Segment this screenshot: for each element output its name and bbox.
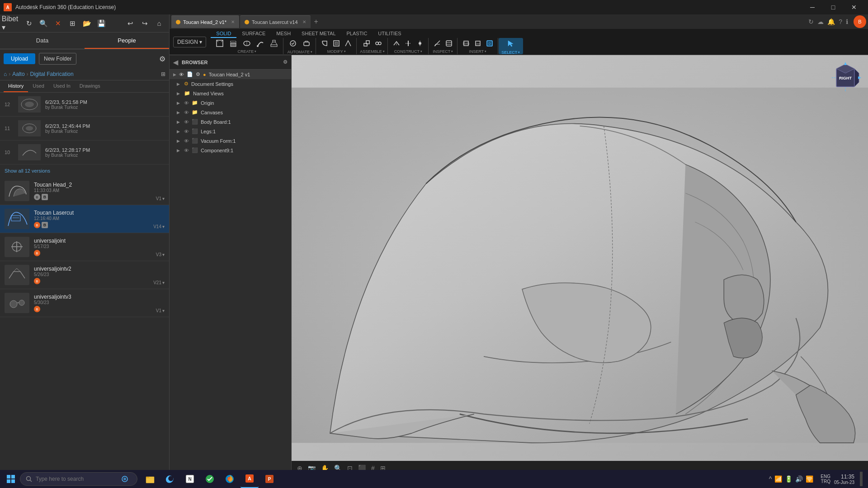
inspect-measure-button[interactable] (432, 38, 443, 48)
assemble-joint-button[interactable] (373, 38, 384, 48)
browser-root-item[interactable]: ▶ 👁 📄 ⚙ ● Toucan Head_2 v1 (170, 70, 291, 79)
browser-collapse-button[interactable]: ◀ (173, 59, 178, 66)
breadcrumb-aalto[interactable]: Aalto (12, 71, 24, 77)
design-dropdown[interactable]: DESIGN ▾ (173, 37, 206, 47)
menu-tab-solid[interactable]: SOLID (211, 30, 236, 38)
refresh-button[interactable]: ↻ (23, 17, 35, 30)
menu-tab-plastic[interactable]: PLASTIC (341, 30, 373, 38)
file-card-toucan-lasercut[interactable]: Toucan Lasercut 12:16:40 AM B B V14▾ (0, 205, 169, 233)
new-folder-button[interactable]: New Folder (39, 53, 76, 65)
eye-icon-component9[interactable]: 👁 (184, 148, 189, 153)
root-visibility-icon[interactable]: 👁 (179, 72, 184, 77)
undo-button[interactable]: ↩ (124, 17, 137, 30)
file-card-universaljointv2[interactable]: universaljointv2 5/26/23 B V21▾ (0, 261, 169, 289)
used-tab[interactable]: Used (28, 80, 49, 92)
file-card-universaljoint[interactable]: universaljoint 5/17/23 B V3▾ (0, 233, 169, 261)
taskbar-check-app[interactable] (201, 470, 219, 488)
user-avatar[interactable]: B (854, 15, 866, 28)
taskbar-fusion360[interactable]: A (241, 470, 259, 488)
close-button[interactable]: ✕ (844, 0, 864, 14)
root-settings-icon[interactable]: ⚙ (196, 71, 200, 77)
used-in-tab[interactable]: Used In (49, 80, 75, 92)
doc-tab-lasercut[interactable]: Toucan Lasercut v14 ✕ (240, 15, 311, 28)
network-icon[interactable]: 📶 (774, 475, 782, 483)
view-cube[interactable]: RIGHT (827, 60, 863, 96)
taskbar-powerpoint[interactable]: P (260, 470, 278, 488)
maximize-button[interactable]: □ (823, 0, 844, 14)
people-tab[interactable]: People (85, 33, 169, 49)
file-card-toucan-head[interactable]: Toucan Head_2 11:33:03 AM B B V1▾ (0, 177, 169, 205)
cancel-button[interactable]: ✕ (52, 17, 64, 30)
bell-icon[interactable]: 🔔 (827, 18, 835, 25)
volume-icon[interactable]: 🔊 (795, 475, 803, 483)
new-tab-button[interactable]: + (311, 18, 321, 26)
search-button[interactable]: 🔍 (37, 17, 50, 30)
create-loft-button[interactable] (268, 38, 280, 48)
assemble-new-comp-button[interactable] (361, 38, 372, 48)
upload-button[interactable]: Upload (4, 53, 35, 64)
breadcrumb-view-icon[interactable]: ⊞ (161, 71, 165, 77)
create-section-label[interactable]: CREATE ▾ (237, 49, 256, 54)
modify-scale-button[interactable] (343, 38, 354, 48)
home-button[interactable]: ⌂ (153, 17, 165, 30)
taskbar-notion[interactable]: N (181, 470, 199, 488)
help-icon[interactable]: ? (839, 18, 842, 25)
taskbar-firefox[interactable] (221, 470, 239, 488)
open-file-button[interactable]: 📂 (80, 17, 93, 30)
automate-section-label[interactable]: AUTOMATE ▾ (288, 50, 312, 54)
menu-tab-surface[interactable]: SURFACE (236, 30, 271, 38)
construct-point-button[interactable] (415, 38, 425, 48)
assemble-section-label[interactable]: ASSEMBLE ▾ (360, 49, 385, 54)
close-tab-lasercut[interactable]: ✕ (302, 19, 306, 24)
close-tab-head[interactable]: ✕ (231, 19, 235, 24)
select-button[interactable] (501, 38, 520, 49)
minimize-button[interactable]: ─ (802, 0, 823, 14)
taskbar-edge[interactable] (161, 470, 179, 488)
taskbar-search-input[interactable] (36, 476, 117, 482)
menu-tab-mesh[interactable]: MESH (271, 30, 296, 38)
chevron-up-icon[interactable]: ^ (769, 475, 772, 483)
browser-item-canvases[interactable]: ▶ 👁 📁 Canvases (170, 108, 291, 117)
breadcrumb-digital-fabrication[interactable]: Digital Fabrication (30, 71, 74, 77)
menu-tab-sheet-metal[interactable]: SHEET METAL (296, 30, 341, 38)
browser-item-origin[interactable]: ▶ 👁 📁 Origin (170, 98, 291, 108)
insert-decal-button[interactable]: D (484, 38, 495, 48)
save-button[interactable]: 💾 (95, 17, 108, 30)
automate-button[interactable] (287, 38, 299, 49)
show-desktop-button[interactable] (860, 472, 863, 486)
inspect-zebra-button[interactable] (443, 38, 454, 48)
history-tab[interactable]: History (4, 80, 28, 92)
browser-item-vacuum-form[interactable]: ▶ 👁 ⬛ Vacuum Form:1 (170, 136, 291, 145)
data-tab[interactable]: Data (0, 33, 85, 49)
doc-tab-toucan-head[interactable]: Toucan Head_2 v1* ✕ (171, 15, 239, 28)
browser-item-doc-settings[interactable]: ▶ ⚙ Document Settings (170, 79, 291, 89)
create-extrude-button[interactable] (227, 38, 240, 48)
insert-svg-button[interactable]: SVG (461, 38, 472, 48)
menu-tab-utilities[interactable]: UTILITIES (373, 30, 406, 38)
eye-icon-canvases[interactable]: 👁 (184, 110, 189, 115)
battery-icon[interactable]: 🔋 (785, 475, 793, 483)
version-item-12[interactable]: 12 6/2/23, 5:21:58 PM by Burak Turkoz (0, 93, 169, 117)
settings-icon[interactable]: ⚙ (159, 55, 165, 63)
create-box-button[interactable] (213, 38, 226, 48)
wifi-icon[interactable]: 🛜 (806, 475, 813, 483)
refresh-cloud-icon[interactable]: ↻ (808, 18, 814, 25)
select-section-label[interactable]: SELECT ▾ (501, 50, 520, 55)
redo-button[interactable]: ↪ (138, 17, 151, 30)
eye-icon-legs[interactable]: 👁 (184, 129, 189, 134)
construct-axis-button[interactable] (403, 38, 414, 48)
clock[interactable]: 11:35 05-Jun-23 (834, 474, 854, 485)
modify-section-label[interactable]: MODIFY ▾ (327, 49, 346, 54)
file-card-universaljointv3[interactable]: universaljointv3 5/30/23 B V1▾ (0, 289, 169, 317)
taskbar-search-box[interactable] (20, 472, 137, 486)
version-item-10[interactable]: 10 6/2/23, 12:28:17 PM by Burak Turkoz (0, 141, 169, 164)
bibet-menu-button[interactable]: Bibet ▾ (4, 17, 16, 30)
question-icon[interactable]: ℹ (846, 18, 848, 25)
version-item-11[interactable]: 11 6/2/23, 12:45:44 PM by Burak Turkoz (0, 117, 169, 141)
eye-icon-origin[interactable]: 👁 (184, 100, 189, 106)
automate2-button[interactable] (300, 38, 313, 49)
construct-plane-button[interactable] (391, 38, 402, 48)
breadcrumb-home[interactable]: ⌂ (4, 71, 7, 77)
browser-item-legs[interactable]: ▶ 👁 ⬛ Legs:1 (170, 127, 291, 136)
3d-viewport[interactable]: RIGHT ⊕ 📷 ✋ 🔍 ⊡ ⬛ # ⊞ (292, 55, 868, 475)
